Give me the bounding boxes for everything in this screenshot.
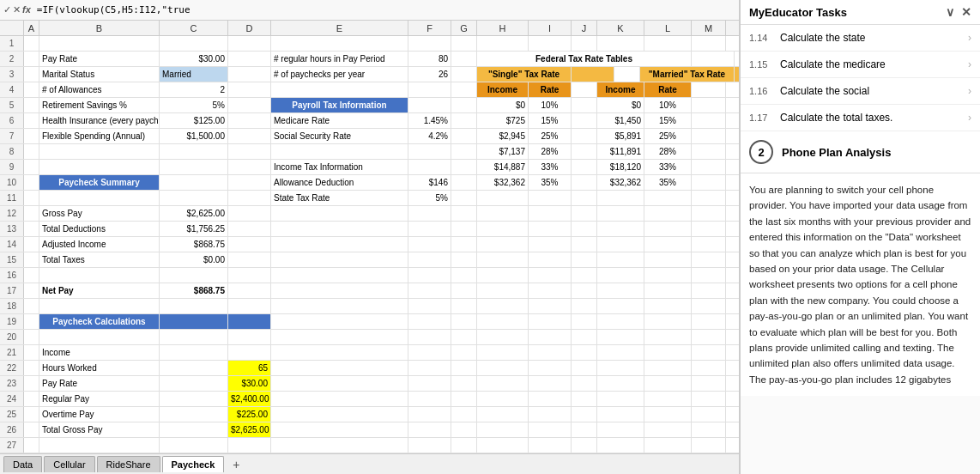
table-row: 7 Flexible Spending (Annual) $1,500.00 S… (0, 129, 739, 144)
table-row: 21 Income (0, 345, 739, 361)
table-row: 10 Paycheck Summary Allowance Deduction … (0, 175, 739, 191)
formula-icons: ✓ ✕ fx (3, 4, 31, 15)
table-row: 9 Income Tax Information $14,887 33% $18… (0, 160, 739, 175)
col-header-l[interactable]: L (644, 21, 692, 35)
table-row: 1 (0, 36, 739, 52)
table-row: 24 Regular Pay $2,400.00 (0, 392, 739, 407)
col-headers: A B C D E F G H I J K L M (0, 21, 739, 36)
table-row: 8 $7,137 28% $11,891 28% (0, 144, 739, 160)
close-icon[interactable]: ✕ (961, 5, 971, 19)
spreadsheet-area: ✓ ✕ fx A B C D E F G H I J K L M 1 (0, 0, 740, 474)
task-label-115: Calculate the medicare (780, 58, 961, 70)
task-item-117[interactable]: 1.17 Calculate the total taxes. › (741, 105, 980, 131)
tab-data[interactable]: Data (3, 456, 42, 472)
table-row: 2 Pay Rate $30.00 # regular hours in Pay… (0, 52, 739, 67)
tick-icon[interactable]: ✓ (3, 4, 11, 15)
task-item-114[interactable]: 1.14 Calculate the state › (741, 25, 980, 52)
formula-input[interactable] (34, 3, 735, 16)
task-num-117: 1.17 (749, 112, 773, 123)
col-header-e[interactable]: E (271, 21, 408, 35)
chevron-right-icon-2: › (968, 58, 971, 70)
task-item-115[interactable]: 1.15 Calculate the medicare › (741, 52, 980, 78)
section-2-header[interactable]: 2 Phone Plan Analysis (741, 131, 980, 173)
task-num-116: 1.16 (749, 86, 773, 96)
col-header-g[interactable]: G (451, 21, 477, 35)
table-row: 25 Overtime Pay $225.00 (0, 407, 739, 422)
tab-paycheck[interactable]: Paycheck (162, 456, 225, 472)
tab-rideshare[interactable]: RideShare (97, 456, 160, 472)
task-label-117: Calculate the total taxes. (780, 112, 961, 124)
table-row: 27 (0, 438, 739, 453)
task-label-114: Calculate the state (780, 32, 961, 44)
col-header-h[interactable]: H (477, 21, 529, 35)
tab-cellular[interactable]: Cellular (44, 456, 94, 472)
section-2-number: 2 (749, 140, 773, 164)
col-header-d[interactable]: D (228, 21, 271, 35)
table-row: 5 Retirement Savings % 5% Payroll Tax In… (0, 98, 739, 113)
table-row: 6 Health Insurance (every paycheck) $125… (0, 113, 739, 129)
table-row: 13 Total Deductions $1,756.25 (0, 222, 739, 237)
task-item-116[interactable]: 1.16 Calculate the social › (741, 78, 980, 105)
task-label-116: Calculate the social (780, 85, 961, 97)
table-row: 19 Paycheck Calculations (0, 314, 739, 330)
table-row: 15 Total Taxes $0.00 (0, 252, 739, 268)
col-header-m[interactable]: M (692, 21, 726, 35)
table-row: 11 State Tax Rate 5% (0, 191, 739, 206)
section-2-title: Phone Plan Analysis (782, 146, 891, 159)
col-header-j[interactable]: J (572, 21, 597, 35)
chevron-right-icon-3: › (968, 85, 971, 97)
fx-icon[interactable]: fx (22, 4, 31, 15)
table-row: 23 Pay Rate $30.00 (0, 376, 739, 392)
tab-add-button[interactable]: + (226, 455, 246, 474)
table-row: 26 Total Gross Pay $2,625.00 (0, 422, 739, 438)
chevron-right-icon: › (968, 32, 971, 44)
section-2: 2 Phone Plan Analysis You are planning t… (741, 131, 980, 396)
table-row: 20 (0, 330, 739, 345)
table-row: 22 Hours Worked 65 (0, 361, 739, 376)
panel-header: MyEducator Tasks ∨ ✕ (741, 0, 980, 25)
col-header-a[interactable]: A (24, 21, 39, 35)
col-header-c[interactable]: C (160, 21, 228, 35)
panel-header-icons: ∨ ✕ (946, 5, 971, 19)
col-header-i[interactable]: I (529, 21, 572, 35)
table-row: 12 Gross Pay $2,625.00 (0, 206, 739, 222)
table-row: 17 Net Pay $868.75 (0, 283, 739, 299)
table-row: 3 Marital Status Married # of paychecks … (0, 67, 739, 82)
formula-bar: ✓ ✕ fx (0, 0, 739, 21)
chevron-right-icon-4: › (968, 112, 971, 124)
task-num-115: 1.15 (749, 59, 773, 70)
panel-title: MyEducator Tasks (749, 6, 847, 19)
row-num-header (0, 21, 24, 35)
table-row: 14 Adjusted Income $868.75 (0, 237, 739, 252)
section-2-body: You are planning to switch your cell pho… (741, 173, 980, 396)
chevron-down-icon[interactable]: ∨ (946, 5, 954, 19)
col-header-f[interactable]: F (408, 21, 451, 35)
col-header-k[interactable]: K (597, 21, 644, 35)
table-row: 16 (0, 268, 739, 283)
cross-icon[interactable]: ✕ (13, 4, 21, 15)
table-row: 4 # of Allowances 2 Income Rate Income R… (0, 82, 739, 98)
task-num-114: 1.14 (749, 33, 773, 43)
grid-area: 1 2 Pay Rate $30.00 # regular hours in P… (0, 36, 739, 453)
right-panel: MyEducator Tasks ∨ ✕ 1.14 Calculate the … (740, 0, 980, 474)
col-header-b[interactable]: B (39, 21, 160, 35)
table-row: 18 (0, 299, 739, 314)
tab-bar: Data Cellular RideShare Paycheck + (0, 453, 739, 474)
